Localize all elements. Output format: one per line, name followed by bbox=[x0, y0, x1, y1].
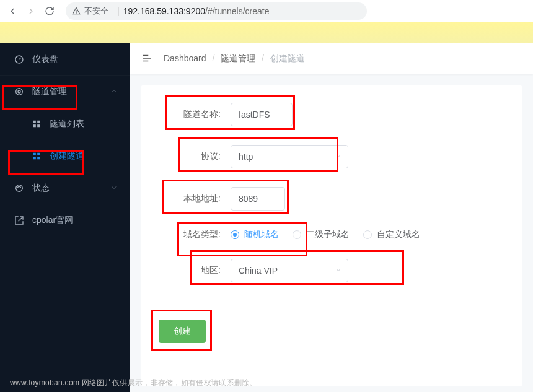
sidebar-item-label: 仪表盘 bbox=[32, 54, 58, 65]
svg-rect-10 bbox=[37, 153, 40, 155]
protocol-label: 协议: bbox=[159, 151, 221, 162]
radio-custom-domain[interactable]: 自定义域名 bbox=[363, 229, 420, 240]
svg-rect-12 bbox=[37, 157, 40, 159]
radio-dot-icon bbox=[293, 230, 301, 239]
sidebar-sub-tunnel-list[interactable]: 隧道列表 bbox=[0, 108, 130, 140]
insecure-icon bbox=[72, 7, 81, 15]
yellow-banner bbox=[0, 22, 533, 43]
tunnel-icon bbox=[14, 87, 25, 97]
sidebar-item-dashboard[interactable]: 仪表盘 bbox=[0, 43, 130, 76]
radio-random-domain[interactable]: 随机域名 bbox=[231, 229, 279, 240]
chevron-down-icon bbox=[110, 183, 118, 193]
chevron-up-icon bbox=[110, 87, 118, 97]
local-addr-label: 本地地址: bbox=[159, 193, 221, 204]
row-local-addr: 本地地址: bbox=[159, 187, 504, 211]
sidebar-item-status[interactable]: 状态 bbox=[0, 172, 130, 204]
svg-point-4 bbox=[18, 90, 20, 93]
sidebar-sub-label: 创建隧道 bbox=[50, 150, 84, 162]
reload-button[interactable] bbox=[42, 4, 57, 19]
crumb-dashboard[interactable]: Dashboard bbox=[164, 53, 206, 63]
svg-point-13 bbox=[16, 185, 23, 192]
sidebar-item-label: cpolar官网 bbox=[32, 215, 73, 226]
back-button[interactable] bbox=[5, 4, 20, 19]
create-button[interactable]: 创建 bbox=[159, 320, 206, 343]
radio-dot-icon bbox=[231, 230, 239, 239]
sidebar-sub-label: 隧道列表 bbox=[50, 118, 84, 129]
crumb-current: 创建隧道 bbox=[270, 53, 305, 63]
sidebar-sub-create-tunnel[interactable]: 创建隧道 bbox=[0, 140, 130, 172]
svg-rect-6 bbox=[37, 121, 40, 123]
sidebar-item-label: 隧道管理 bbox=[32, 86, 67, 97]
footer-text: www.toymoban.com 网络图片仅供展示，非存储，如有侵权请联系删除。 bbox=[10, 378, 257, 388]
protocol-select[interactable] bbox=[231, 145, 348, 168]
svg-rect-8 bbox=[37, 124, 40, 127]
row-protocol: 协议: bbox=[159, 145, 504, 168]
form-card: 隧道名称: 协议: 本地地址: bbox=[141, 85, 522, 386]
forward-button[interactable] bbox=[24, 4, 38, 19]
url-host: 192.168.59.133:9200 bbox=[123, 6, 205, 16]
insecure-label: 不安全 bbox=[84, 6, 108, 17]
grid-icon bbox=[32, 120, 42, 128]
row-region: 地区: bbox=[159, 259, 504, 282]
domain-type-radio-group: 随机域名 二级子域名 自定义域名 bbox=[231, 229, 420, 240]
topbar: Dashboard / 隧道管理 / 创建隧道 bbox=[130, 43, 533, 74]
dashboard-icon bbox=[14, 54, 25, 64]
svg-rect-9 bbox=[33, 153, 36, 155]
grid-icon bbox=[32, 152, 42, 160]
url-path: /#/tunnels/create bbox=[205, 6, 270, 16]
sidebar-item-tunnel-mgmt[interactable]: 隧道管理 bbox=[0, 76, 130, 108]
url-bar[interactable]: 不安全 | 192.168.59.133:9200/#/tunnels/crea… bbox=[66, 2, 367, 20]
radio-dot-icon bbox=[363, 230, 372, 239]
status-icon bbox=[14, 183, 25, 193]
row-tunnel-name: 隧道名称: bbox=[159, 103, 504, 126]
row-domain-type: 域名类型: 随机域名 二级子域名 自定义域名 bbox=[159, 229, 504, 240]
local-addr-input[interactable] bbox=[231, 187, 285, 211]
radio-subdomain[interactable]: 二级子域名 bbox=[293, 229, 350, 240]
tunnel-name-label: 隧道名称: bbox=[159, 109, 221, 120]
region-select[interactable] bbox=[231, 259, 348, 282]
main-area: Dashboard / 隧道管理 / 创建隧道 隧道名称: 协议: bbox=[130, 43, 533, 392]
sidebar-item-cpolar-site[interactable]: cpolar官网 bbox=[0, 204, 130, 237]
breadcrumb: Dashboard / 隧道管理 / 创建隧道 bbox=[164, 53, 305, 64]
external-link-icon bbox=[14, 216, 25, 225]
svg-point-1 bbox=[76, 12, 77, 13]
row-submit: 创建 bbox=[159, 320, 504, 343]
sidebar: 仪表盘 隧道管理 隧道列表 创建隧道 状态 bbox=[0, 43, 130, 392]
svg-rect-11 bbox=[33, 157, 36, 159]
svg-rect-5 bbox=[33, 121, 36, 123]
browser-toolbar: 不安全 | 192.168.59.133:9200/#/tunnels/crea… bbox=[0, 0, 533, 22]
menu-toggle-icon[interactable] bbox=[141, 53, 152, 66]
svg-point-3 bbox=[16, 89, 23, 95]
sidebar-item-label: 状态 bbox=[32, 183, 50, 194]
svg-rect-7 bbox=[33, 124, 36, 127]
domain-type-label: 域名类型: bbox=[159, 229, 221, 240]
tunnel-name-input[interactable] bbox=[231, 103, 293, 126]
crumb-tunnel-mgmt[interactable]: 隧道管理 bbox=[221, 53, 255, 63]
region-label: 地区: bbox=[159, 265, 221, 276]
